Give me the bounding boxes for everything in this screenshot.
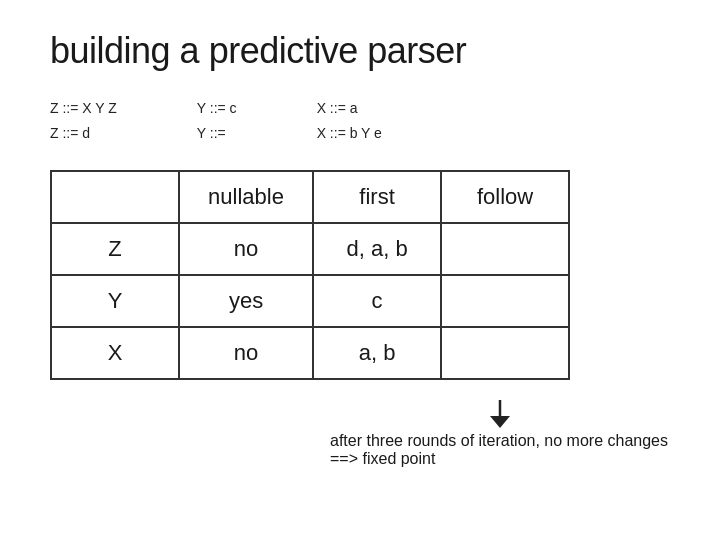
- grammar-section: Z ::= X Y Z Z ::= d Y ::= c Y ::= X ::= …: [50, 96, 670, 146]
- grammar-middle: Y ::= c Y ::=: [197, 96, 237, 146]
- first-x: a, b: [313, 327, 441, 379]
- follow-z: [441, 223, 569, 275]
- follow-y: [441, 275, 569, 327]
- page: building a predictive parser Z ::= X Y Z…: [0, 0, 720, 540]
- nullable-y: yes: [179, 275, 313, 327]
- grammar-left: Z ::= X Y Z Z ::= d: [50, 96, 117, 146]
- header-follow: follow: [441, 171, 569, 223]
- page-title: building a predictive parser: [50, 30, 670, 72]
- header-nullable: nullable: [179, 171, 313, 223]
- table-header-row: nullable first follow: [51, 171, 569, 223]
- table-row: Z no d, a, b: [51, 223, 569, 275]
- header-first: first: [313, 171, 441, 223]
- first-y: c: [313, 275, 441, 327]
- grammar-right: X ::= a X ::= b Y e: [317, 96, 382, 146]
- table-row: X no a, b: [51, 327, 569, 379]
- grammar-rule-2: Z ::= d: [50, 121, 117, 146]
- follow-x: [441, 327, 569, 379]
- table-row: Y yes c: [51, 275, 569, 327]
- symbol-y: Y: [51, 275, 179, 327]
- arrow-area: after three rounds of iteration, no more…: [330, 400, 670, 468]
- grammar-rule-1: Z ::= X Y Z: [50, 96, 117, 121]
- grammar-rule-3: Y ::= c: [197, 96, 237, 121]
- grammar-rule-5: X ::= a: [317, 96, 382, 121]
- header-empty: [51, 171, 179, 223]
- nullable-z: no: [179, 223, 313, 275]
- parse-table: nullable first follow Z no d, a, b Y yes…: [50, 170, 570, 380]
- svg-marker-1: [490, 416, 510, 428]
- symbol-x: X: [51, 327, 179, 379]
- footer-text: after three rounds of iteration, no more…: [330, 432, 670, 468]
- nullable-x: no: [179, 327, 313, 379]
- first-z: d, a, b: [313, 223, 441, 275]
- arrow-icon: [480, 400, 520, 430]
- symbol-z: Z: [51, 223, 179, 275]
- grammar-rule-4: Y ::=: [197, 121, 237, 146]
- grammar-rule-6: X ::= b Y e: [317, 121, 382, 146]
